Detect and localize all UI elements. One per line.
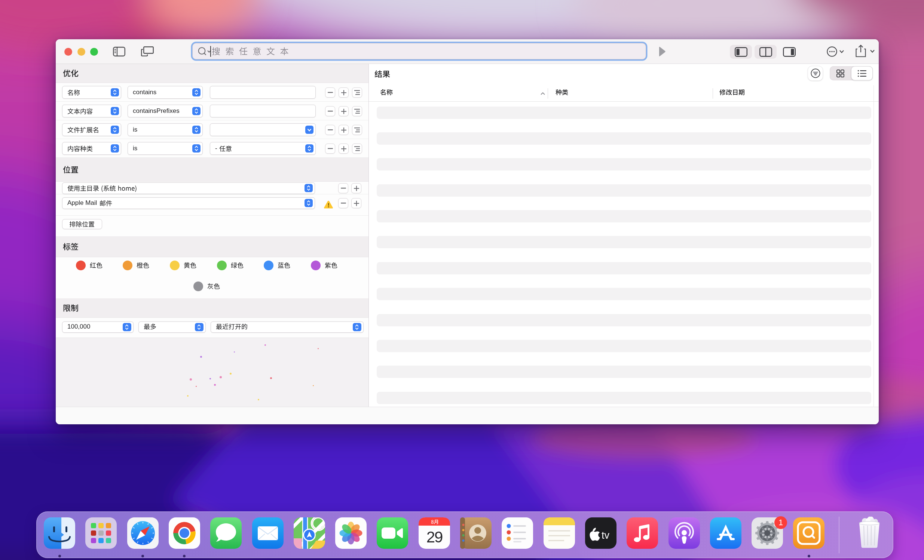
svg-text:tv: tv xyxy=(602,530,610,541)
svg-text:29: 29 xyxy=(426,528,442,546)
